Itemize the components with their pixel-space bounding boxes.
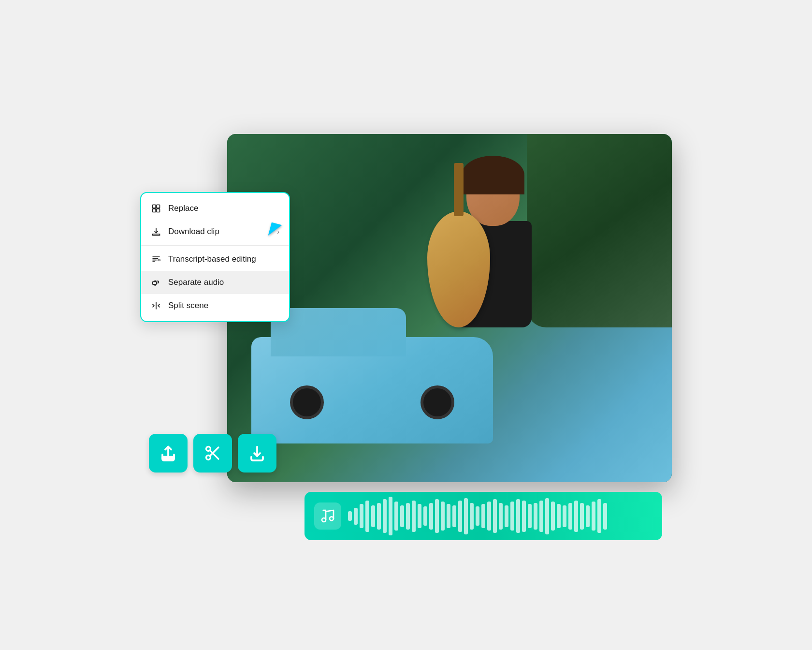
wave-bar	[487, 502, 491, 531]
wave-bar	[481, 504, 485, 528]
wave-bar	[586, 505, 590, 527]
wave-bar	[423, 506, 427, 526]
separate-audio-icon	[151, 277, 161, 288]
wave-bar	[354, 508, 358, 525]
transcript-label: Transcript-based editing	[168, 254, 279, 264]
wave-bar	[418, 504, 421, 528]
wave-bar	[516, 499, 520, 533]
wave-bar	[592, 502, 595, 531]
scene-container: Replace Download clip › Transcript-b	[140, 95, 672, 555]
wave-bar	[464, 498, 468, 534]
wave-bar	[510, 502, 514, 531]
wave-bar	[522, 501, 526, 532]
car-wheel-left	[290, 385, 324, 419]
wave-bar	[476, 506, 479, 526]
download-icon	[248, 444, 266, 462]
waveform-display	[348, 499, 652, 533]
wave-bar	[365, 501, 369, 532]
music-icon	[320, 508, 335, 524]
split-scene-icon	[151, 300, 161, 311]
wave-bar	[534, 503, 537, 530]
wave-bar	[545, 498, 549, 534]
svg-point-8	[322, 518, 326, 522]
wave-bar	[383, 499, 387, 533]
svg-rect-0	[153, 205, 156, 208]
download-clip-label: Download clip	[168, 227, 270, 236]
wave-bar	[568, 503, 572, 530]
wave-bar	[452, 505, 456, 527]
wave-bar	[412, 501, 416, 532]
menu-item-transcript[interactable]: Transcript-based editing	[141, 248, 289, 271]
svg-rect-1	[157, 205, 160, 208]
download-button[interactable]	[238, 434, 276, 473]
wave-bar	[406, 503, 410, 530]
split-scene-label: Split scene	[168, 301, 279, 310]
wave-bar	[400, 505, 404, 527]
separate-audio-label: Separate audio	[168, 278, 279, 287]
context-menu: Replace Download clip › Transcript-b	[140, 192, 290, 322]
wave-bar	[505, 505, 508, 527]
cut-button[interactable]	[193, 434, 232, 473]
wave-bar	[371, 505, 375, 527]
cut-icon	[204, 444, 221, 462]
wave-bar	[447, 504, 450, 528]
wave-bar	[597, 499, 601, 533]
upload-icon	[160, 444, 177, 462]
wave-bar	[377, 503, 381, 530]
wave-bar	[563, 505, 566, 527]
wave-bar	[551, 502, 555, 531]
menu-item-replace[interactable]: Replace	[141, 197, 289, 220]
wave-bar	[539, 501, 543, 532]
svg-rect-4	[153, 281, 157, 284]
person-head	[466, 163, 520, 226]
wave-bar	[603, 503, 607, 530]
wave-bar	[348, 511, 352, 521]
wave-bar	[360, 504, 363, 528]
svg-rect-5	[162, 457, 174, 459]
wave-bar	[389, 497, 392, 535]
wave-bar	[528, 504, 532, 528]
wave-bar	[458, 501, 462, 532]
wave-bar	[557, 504, 561, 528]
menu-divider-1	[141, 245, 289, 246]
video-background	[227, 134, 672, 482]
wave-bar	[470, 503, 474, 530]
upload-button[interactable]	[149, 434, 188, 473]
video-frame	[227, 134, 672, 482]
menu-item-separate-audio[interactable]: Separate audio	[141, 271, 289, 294]
wave-bar	[441, 502, 445, 531]
svg-point-9	[330, 517, 334, 520]
transcript-icon	[151, 254, 161, 265]
wave-bar	[580, 503, 584, 530]
wave-bar	[394, 502, 398, 531]
wave-bar	[499, 503, 503, 530]
audio-icon-container	[314, 502, 341, 530]
replace-icon	[151, 203, 161, 214]
toolbar	[149, 434, 276, 473]
menu-item-split-scene[interactable]: Split scene	[141, 294, 289, 317]
audio-waveform-bar	[304, 492, 662, 540]
person-hair	[462, 156, 524, 194]
menu-item-download-clip[interactable]: Download clip ›	[141, 220, 289, 243]
wave-bar	[574, 501, 578, 532]
download-clip-icon	[151, 226, 161, 237]
wave-bar	[435, 499, 439, 533]
wave-bar	[429, 503, 433, 530]
wave-bar	[493, 499, 497, 533]
replace-label: Replace	[168, 204, 279, 213]
